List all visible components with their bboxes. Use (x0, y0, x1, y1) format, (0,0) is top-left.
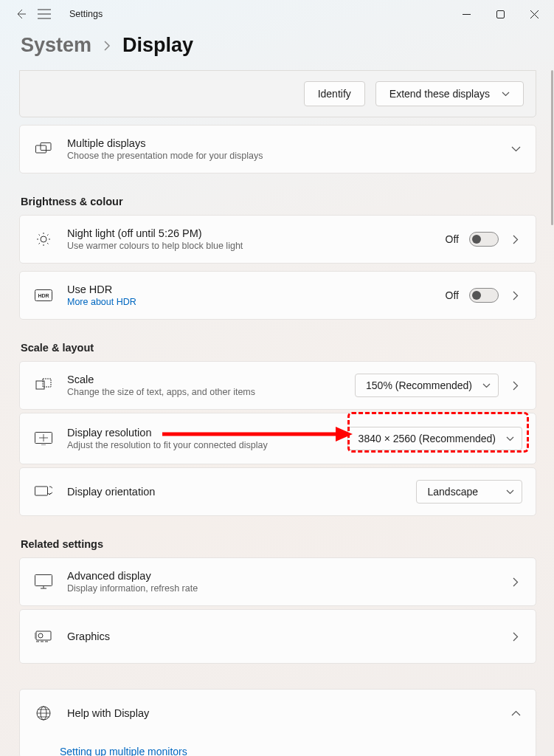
chevron-down-icon (509, 142, 522, 156)
svg-point-12 (38, 633, 43, 638)
window-title: Settings (69, 9, 103, 19)
scale-title: Scale (67, 374, 342, 385)
night-light-icon (33, 229, 54, 250)
hdr-toggle[interactable] (469, 288, 499, 303)
chevron-down-icon (506, 436, 514, 441)
titlebar: Settings (0, 0, 554, 28)
display-arrangement-card: Identify Extend these displays (19, 70, 536, 117)
graphics-title: Graphics (67, 630, 496, 642)
svg-rect-10 (35, 575, 52, 586)
scale-section-header: Scale & layout (21, 342, 535, 354)
breadcrumb-current: Display (122, 34, 193, 57)
night-light-sub: Use warmer colours to help block blue li… (67, 241, 432, 251)
resolution-title: Display resolution (67, 427, 334, 439)
chevron-right-icon[interactable] (509, 233, 522, 246)
svg-rect-9 (35, 487, 48, 495)
brightness-section-header: Brightness & colour (21, 196, 535, 207)
hdr-status: Off (446, 289, 459, 301)
scale-value: 150% (Recommended) (366, 379, 472, 391)
identify-label: Identify (318, 88, 351, 100)
extend-displays-dropdown[interactable]: Extend these displays (375, 81, 524, 106)
multiple-displays-icon (33, 139, 54, 159)
scale-icon (33, 375, 54, 396)
scrollbar[interactable] (551, 70, 553, 513)
chevron-right-icon (509, 630, 522, 643)
night-light-card[interactable]: Night light (off until 5:26 PM) Use warm… (19, 215, 536, 264)
minimize-button[interactable] (449, 2, 483, 26)
svg-text:HDR: HDR (38, 293, 49, 298)
scale-dropdown[interactable]: 150% (Recommended) (355, 374, 499, 397)
svg-rect-0 (496, 10, 504, 18)
breadcrumb-parent[interactable]: System (21, 34, 91, 57)
help-link-monitors[interactable]: Setting up multiple monitors (20, 737, 536, 756)
chevron-right-icon[interactable] (509, 379, 522, 392)
resolution-icon (33, 428, 54, 449)
scale-card[interactable]: Scale Change the size of text, apps, and… (19, 361, 536, 410)
orientation-title: Display orientation (67, 486, 403, 498)
night-light-toggle[interactable] (469, 232, 499, 247)
chevron-right-icon[interactable] (509, 289, 522, 302)
orientation-value: Landscape (427, 486, 478, 498)
advanced-display-title: Advanced display (67, 570, 496, 582)
related-section-header: Related settings (21, 538, 535, 550)
hdr-link[interactable]: More about HDR (67, 297, 432, 307)
identify-button[interactable]: Identify (304, 81, 365, 106)
multiple-displays-sub: Choose the presentation mode for your di… (67, 151, 496, 161)
breadcrumb: System Display (0, 28, 554, 70)
resolution-value: 3840 × 2560 (Recommended) (359, 433, 496, 444)
orientation-dropdown[interactable]: Landscape (416, 480, 522, 504)
graphics-card[interactable]: Graphics (19, 609, 536, 664)
chevron-down-icon (506, 489, 514, 495)
multiple-displays-title: Multiple displays (67, 137, 496, 149)
chevron-up-icon (509, 707, 522, 720)
back-button[interactable] (13, 7, 28, 21)
hamburger-menu[interactable] (35, 7, 53, 21)
help-card[interactable]: Help with Display Setting up multiple mo… (19, 689, 536, 756)
help-title: Help with Display (67, 707, 496, 719)
monitor-icon (33, 571, 54, 592)
chevron-right-icon (509, 575, 522, 588)
night-light-status: Off (446, 233, 459, 245)
scrollbar-thumb[interactable] (551, 70, 553, 225)
orientation-icon (33, 481, 54, 502)
resolution-dropdown[interactable]: 3840 × 2560 (Recommended) (347, 427, 522, 450)
advanced-display-card[interactable]: Advanced display Display information, re… (19, 557, 536, 606)
chevron-right-icon (103, 41, 111, 51)
scale-sub: Change the size of text, apps, and other… (67, 387, 342, 397)
resolution-sub: Adjust the resolution to fit your connec… (67, 440, 334, 450)
hdr-icon: HDR (33, 285, 54, 306)
chevron-down-icon (502, 92, 510, 97)
globe-icon (33, 703, 54, 724)
window-controls (449, 2, 551, 26)
graphics-icon (33, 626, 54, 647)
hdr-card[interactable]: HDR Use HDR More about HDR Off (19, 271, 536, 320)
hdr-title: Use HDR (67, 284, 432, 295)
advanced-display-sub: Display information, refresh rate (67, 583, 496, 594)
multiple-displays-card[interactable]: Multiple displays Choose the presentatio… (19, 125, 536, 173)
night-light-title: Night light (off until 5:26 PM) (67, 227, 432, 239)
resolution-card[interactable]: Display resolution Adjust the resolution… (19, 413, 536, 464)
svg-point-3 (41, 236, 46, 242)
extend-label: Extend these displays (389, 88, 490, 100)
maximize-button[interactable] (483, 2, 517, 26)
close-button[interactable] (517, 2, 551, 26)
orientation-card[interactable]: Display orientation Landscape (19, 467, 536, 516)
chevron-down-icon (482, 383, 491, 388)
